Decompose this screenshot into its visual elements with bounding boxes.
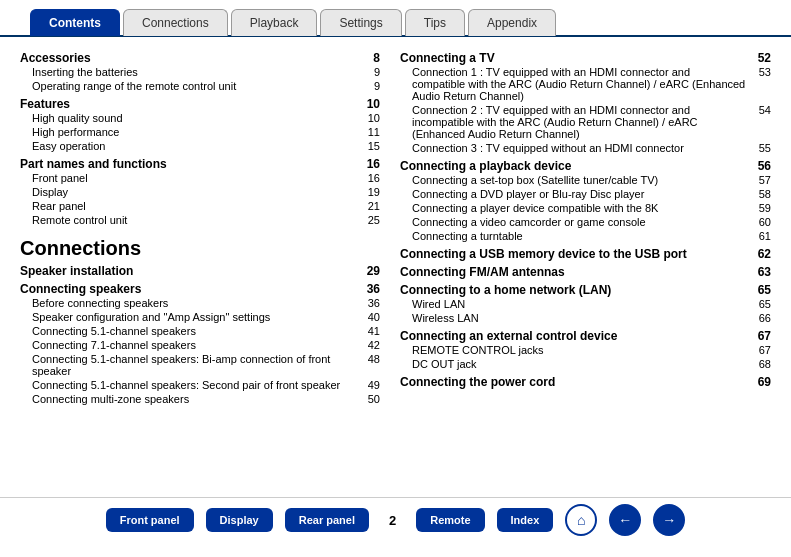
- entry-page: 58: [746, 188, 771, 200]
- section-header-text: Connecting an external control device: [400, 329, 617, 343]
- content-area: Accessories8Inserting the batteries9Oper…: [0, 37, 791, 497]
- entry-text: Connection 3 : TV equipped without an HD…: [412, 142, 746, 154]
- toc-entry[interactable]: Operating range of the remote control un…: [20, 79, 380, 93]
- entry-page: 49: [355, 379, 380, 391]
- entry-page: 66: [746, 312, 771, 324]
- section-title-large: Connections: [20, 237, 380, 260]
- section-header-text: Connecting a USB memory device to the US…: [400, 247, 687, 261]
- entry-page: 55: [746, 142, 771, 154]
- rtoc-entry[interactable]: REMOTE CONTROL jacks67: [400, 343, 771, 357]
- index-btn[interactable]: Index: [497, 508, 554, 532]
- rtoc-entry[interactable]: Wireless LAN66: [400, 311, 771, 325]
- rtoc-entry[interactable]: DC OUT jack68: [400, 357, 771, 371]
- tab-connections[interactable]: Connections: [123, 9, 228, 36]
- entry-page: 40: [355, 311, 380, 323]
- toc-entry[interactable]: Front panel16: [20, 171, 380, 185]
- entry-text: Wired LAN: [412, 298, 746, 310]
- section-header-text: Part names and functions: [20, 157, 167, 171]
- toc-entry[interactable]: Rear panel21: [20, 199, 380, 213]
- entry-text: Connecting a DVD player or Blu-ray Disc …: [412, 188, 746, 200]
- entry-page: 60: [746, 216, 771, 228]
- toc-entry[interactable]: Remote control unit25: [20, 213, 380, 227]
- section-header-page: 63: [746, 265, 771, 279]
- rtoc-entry[interactable]: Connection 2 : TV equipped with an HDMI …: [400, 103, 771, 141]
- entry-text: Connecting a player device compatible wi…: [412, 202, 746, 214]
- rtoc-entry[interactable]: Connecting a turntable61: [400, 229, 771, 243]
- toc-entry[interactable]: Connecting multi-zone speakers50: [20, 392, 380, 406]
- prev-button[interactable]: ←: [609, 504, 641, 536]
- toc-entry[interactable]: High quality sound10: [20, 111, 380, 125]
- tab-appendix[interactable]: Appendix: [468, 9, 556, 36]
- toc-entry[interactable]: Connecting 7.1-channel speakers42: [20, 338, 380, 352]
- home-button[interactable]: ⌂: [565, 504, 597, 536]
- entry-text: REMOTE CONTROL jacks: [412, 344, 746, 356]
- entry-text: Display: [32, 186, 355, 198]
- toc-entry[interactable]: Easy operation15: [20, 139, 380, 153]
- entry-text: Wireless LAN: [412, 312, 746, 324]
- toc-entry[interactable]: Connecting 5.1-channel speakers: Bi-amp …: [20, 352, 380, 378]
- display-btn[interactable]: Display: [206, 508, 273, 532]
- section-header-page: 16: [355, 157, 380, 171]
- entry-page: 59: [746, 202, 771, 214]
- entry-page: 41: [355, 325, 380, 337]
- rtoc-entry[interactable]: Connecting a player device compatible wi…: [400, 201, 771, 215]
- entry-page: 54: [746, 104, 771, 140]
- entry-text: Inserting the batteries: [32, 66, 355, 78]
- entry-page: 10: [355, 112, 380, 124]
- toc-entry[interactable]: Before connecting speakers36: [20, 296, 380, 310]
- rear-panel-btn[interactable]: Rear panel: [285, 508, 369, 532]
- next-button[interactable]: →: [653, 504, 685, 536]
- section-header-page: 56: [746, 159, 771, 173]
- rtoc-section-header: Connecting to a home network (LAN)65: [400, 283, 771, 297]
- entry-text: Connecting 7.1-channel speakers: [32, 339, 355, 351]
- toc-section-header: Part names and functions16: [20, 157, 380, 171]
- section-header-page: 10: [355, 97, 380, 111]
- section-header-page: 29: [355, 264, 380, 278]
- entry-text: High performance: [32, 126, 355, 138]
- tab-contents[interactable]: Contents: [30, 9, 120, 36]
- rtoc-entry[interactable]: Connection 3 : TV equipped without an HD…: [400, 141, 771, 155]
- rtoc-entry[interactable]: Connection 1 : TV equipped with an HDMI …: [400, 65, 771, 103]
- entry-text: Connecting a set-top box (Satellite tune…: [412, 174, 746, 186]
- rtoc-entry[interactable]: Connecting a set-top box (Satellite tune…: [400, 173, 771, 187]
- section-header-text: Connecting a playback device: [400, 159, 571, 173]
- tab-settings[interactable]: Settings: [320, 9, 401, 36]
- toc-entry[interactable]: Speaker configuration and "Amp Assign" s…: [20, 310, 380, 324]
- rtoc-entry[interactable]: Connecting a DVD player or Blu-ray Disc …: [400, 187, 771, 201]
- tab-playback[interactable]: Playback: [231, 9, 318, 36]
- tab-bar: ContentsConnectionsPlaybackSettingsTipsA…: [0, 0, 791, 37]
- toc-entry[interactable]: Display19: [20, 185, 380, 199]
- entry-page: 11: [355, 126, 380, 138]
- entry-text: Connecting multi-zone speakers: [32, 393, 355, 405]
- entry-page: 21: [355, 200, 380, 212]
- toc-section-header: Features10: [20, 97, 380, 111]
- toc-entry[interactable]: High performance11: [20, 125, 380, 139]
- entry-page: 65: [746, 298, 771, 310]
- entry-text: Speaker configuration and "Amp Assign" s…: [32, 311, 355, 323]
- toc-section-header: Accessories8: [20, 51, 380, 65]
- rtoc-section-header: Connecting a playback device56: [400, 159, 771, 173]
- entry-page: 9: [355, 80, 380, 92]
- entry-page: 19: [355, 186, 380, 198]
- section-header-page: 62: [746, 247, 771, 261]
- entry-text: Front panel: [32, 172, 355, 184]
- entry-page: 42: [355, 339, 380, 351]
- remote-btn[interactable]: Remote: [416, 508, 484, 532]
- entry-text: DC OUT jack: [412, 358, 746, 370]
- toc-entry[interactable]: Connecting 5.1-channel speakers: Second …: [20, 378, 380, 392]
- entry-page: 67: [746, 344, 771, 356]
- tab-tips[interactable]: Tips: [405, 9, 465, 36]
- section-header-text: Speaker installation: [20, 264, 133, 278]
- entry-text: Connecting 5.1-channel speakers: [32, 325, 355, 337]
- toc-entry[interactable]: Inserting the batteries9: [20, 65, 380, 79]
- rtoc-entry[interactable]: Connecting a video camcorder or game con…: [400, 215, 771, 229]
- rtoc-entry[interactable]: Wired LAN65: [400, 297, 771, 311]
- toc-entry[interactable]: Connecting 5.1-channel speakers41: [20, 324, 380, 338]
- entry-page: 48: [355, 353, 380, 377]
- section-header-text: Connecting to a home network (LAN): [400, 283, 611, 297]
- entry-text: Connection 2 : TV equipped with an HDMI …: [412, 104, 746, 140]
- section-header-text: Connecting speakers: [20, 282, 141, 296]
- entry-text: High quality sound: [32, 112, 355, 124]
- front-panel-btn[interactable]: Front panel: [106, 508, 194, 532]
- entry-text: Operating range of the remote control un…: [32, 80, 355, 92]
